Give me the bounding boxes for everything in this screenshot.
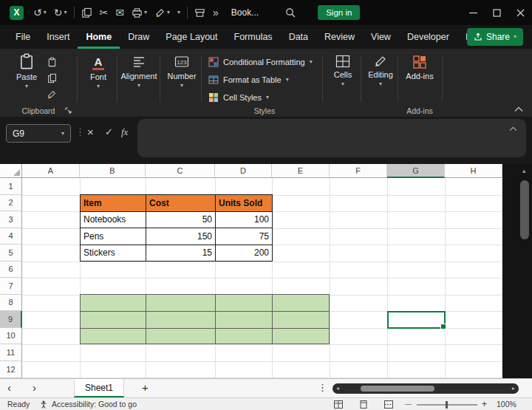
sign-in-button[interactable]: Sign in <box>318 5 360 20</box>
zoom-in-button[interactable]: + <box>482 398 487 410</box>
table-cell-c5[interactable]: 15 <box>146 245 216 262</box>
insert-function-button[interactable]: fx <box>121 126 128 139</box>
select-all-button[interactable] <box>0 164 22 178</box>
minimize-button[interactable] <box>461 0 485 25</box>
table-cell-d2[interactable]: Units Sold <box>216 195 273 212</box>
column-header-b[interactable]: B <box>80 164 146 178</box>
copy-button[interactable] <box>78 3 96 22</box>
editing-menu-button[interactable]: Editing ▾ <box>364 55 398 87</box>
row-header-10[interactable]: 10 <box>0 328 22 345</box>
number-menu-button[interactable]: 123 Number ▾ <box>164 55 200 89</box>
row-header-8[interactable]: 8 <box>0 295 22 312</box>
format-as-table-button[interactable]: Format as Table ▾ <box>208 72 289 87</box>
tab-insert[interactable]: Insert <box>38 25 78 49</box>
print-button[interactable]: ▾ <box>128 3 151 22</box>
row-header-7[interactable]: 7 <box>0 278 22 295</box>
scroll-up-button[interactable]: ▴ <box>522 167 526 174</box>
table-cell-c2[interactable]: Cost <box>146 195 216 212</box>
format-painter-button[interactable]: ▾ <box>151 3 174 22</box>
table-cell-b5[interactable]: Stickers <box>81 245 146 262</box>
redo-button[interactable]: ↻ ▾ <box>50 3 71 22</box>
tab-file[interactable]: File <box>7 25 38 49</box>
tab-review[interactable]: Review <box>316 25 363 49</box>
sheet-tab-sheet1[interactable]: Sheet1 <box>74 379 124 397</box>
share-button[interactable]: Share ▾ <box>467 28 523 46</box>
previous-sheet-button[interactable]: ‹ <box>7 381 11 394</box>
row-header-4[interactable]: 4 <box>0 228 22 245</box>
active-cell-g9[interactable] <box>387 311 446 329</box>
name-box[interactable]: G9 ▾ <box>6 124 71 143</box>
table-cell-d5[interactable]: 200 <box>216 245 273 262</box>
column-header-d[interactable]: D <box>215 164 272 178</box>
toolbar-overflow-button[interactable]: » <box>209 3 222 22</box>
vertical-scrollbar-thumb[interactable] <box>520 180 529 239</box>
zoom-slider-thumb[interactable] <box>446 401 448 409</box>
scroll-right-button[interactable]: ▸ <box>512 385 515 392</box>
scroll-left-button[interactable]: ◂ <box>336 385 339 392</box>
column-header-g[interactable]: G <box>387 164 445 178</box>
alignment-menu-button[interactable]: Alignment ▾ <box>120 55 158 89</box>
page-break-view-button[interactable] <box>384 398 393 410</box>
archive-button[interactable] <box>191 3 209 22</box>
copy-small-button[interactable] <box>44 71 59 86</box>
name-box-resize-handle[interactable]: ⋮ <box>75 126 85 139</box>
filled-range-b8-e10[interactable] <box>80 294 330 344</box>
paste-special-button[interactable] <box>44 55 59 69</box>
addins-button[interactable]: Add-ins <box>402 55 437 81</box>
column-header-f[interactable]: F <box>330 164 387 178</box>
tab-view[interactable]: View <box>363 25 399 49</box>
quick-access-dropdown[interactable]: ▾ <box>174 3 184 22</box>
table-cell-c3[interactable]: 50 <box>146 212 216 229</box>
table-cell-b3[interactable]: Notebooks <box>81 212 146 229</box>
zoom-slider[interactable] <box>417 404 477 406</box>
tab-developer[interactable]: Developer <box>399 25 457 49</box>
table-cell-c4[interactable]: 150 <box>146 228 216 245</box>
collapse-formula-bar-button[interactable] <box>509 126 517 131</box>
fill-handle[interactable] <box>440 324 446 329</box>
cell-styles-button[interactable]: Cell Styles ▾ <box>208 90 269 105</box>
row-header-6[interactable]: 6 <box>0 262 22 279</box>
zoom-level[interactable]: 100% <box>497 398 516 410</box>
cells-menu-button[interactable]: Cells ▾ <box>327 55 359 87</box>
zoom-out-button[interactable]: — <box>405 398 412 410</box>
undo-button[interactable]: ↺ ▾ <box>30 3 50 22</box>
tab-formulas[interactable]: Formulas <box>226 25 281 49</box>
tab-bar-options-button[interactable]: ⋮ <box>318 382 327 393</box>
table-cell-b4[interactable]: Pens <box>81 228 146 245</box>
enter-button[interactable]: ✓ <box>105 126 113 139</box>
collapse-ribbon-button[interactable] <box>514 106 523 112</box>
row-header-2[interactable]: 2 <box>0 195 22 212</box>
conditional-formatting-button[interactable]: Conditional Formatting ▾ <box>208 55 313 69</box>
restore-button[interactable] <box>485 0 508 25</box>
column-header-a[interactable]: A <box>22 164 80 178</box>
row-header-12[interactable]: 12 <box>0 361 22 379</box>
search-button[interactable] <box>281 3 300 22</box>
cut-button[interactable]: ✂ <box>96 3 112 22</box>
column-header-e[interactable]: E <box>272 164 330 178</box>
tab-data[interactable]: Data <box>281 25 316 49</box>
table-cell-d3[interactable]: 100 <box>216 212 273 229</box>
tab-draw[interactable]: Draw <box>120 25 157 49</box>
page-layout-view-button[interactable] <box>359 398 368 410</box>
normal-view-button[interactable] <box>334 398 343 410</box>
row-header-3[interactable]: 3 <box>0 211 22 228</box>
clipboard-dialog-launcher[interactable] <box>65 107 72 114</box>
formula-input[interactable] <box>137 119 526 157</box>
table-cell-b2[interactable]: Item <box>81 195 146 212</box>
column-header-h[interactable]: H <box>445 164 502 178</box>
paste-button[interactable]: Paste ▾ <box>12 52 41 89</box>
add-sheet-button[interactable]: + <box>142 381 149 394</box>
next-sheet-button[interactable]: › <box>33 381 36 394</box>
row-header-11[interactable]: 11 <box>0 344 22 361</box>
close-button[interactable] <box>508 0 532 25</box>
row-header-1[interactable]: 1 <box>0 178 22 195</box>
email-button[interactable]: ✉ <box>112 3 128 22</box>
font-menu-button[interactable]: A Font ▾ <box>81 55 115 89</box>
table-cell-d4[interactable]: 75 <box>216 228 273 245</box>
row-header-5[interactable]: 5 <box>0 245 22 262</box>
excel-app-icon[interactable]: X <box>10 6 24 20</box>
format-painter-small-button[interactable] <box>44 87 59 102</box>
horizontal-scrollbar[interactable]: ◂ ▸ <box>332 383 519 394</box>
tab-page-layout[interactable]: Page Layout <box>157 25 225 49</box>
cancel-button[interactable]: × <box>87 126 94 139</box>
